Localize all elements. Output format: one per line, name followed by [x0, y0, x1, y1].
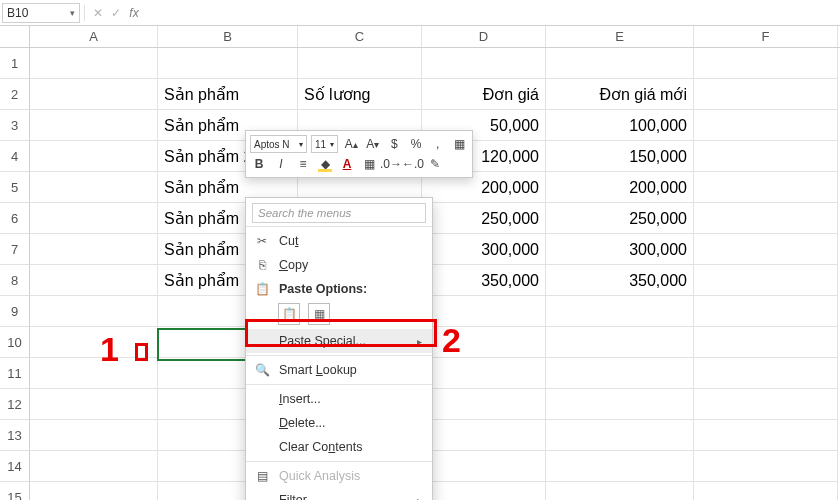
- col-header-e[interactable]: E: [546, 26, 694, 47]
- paste-option-default[interactable]: 📋: [278, 303, 300, 325]
- cell[interactable]: [546, 327, 694, 358]
- cell[interactable]: [694, 234, 838, 265]
- name-box[interactable]: B10 ▾: [2, 3, 80, 23]
- paste-option-values[interactable]: ▦: [308, 303, 330, 325]
- cell[interactable]: [694, 172, 838, 203]
- menu-item-copy[interactable]: ⎘ Copy: [246, 253, 432, 277]
- cell[interactable]: [30, 172, 158, 203]
- cell[interactable]: [422, 482, 546, 500]
- cell[interactable]: [694, 420, 838, 451]
- menu-item-clear-contents[interactable]: Clear Contents: [246, 435, 432, 459]
- cell[interactable]: [30, 234, 158, 265]
- cell[interactable]: [422, 48, 546, 79]
- cell[interactable]: [422, 389, 546, 420]
- formula-input[interactable]: [143, 3, 840, 23]
- cell[interactable]: [694, 110, 838, 141]
- cell[interactable]: [30, 265, 158, 296]
- decrease-font-icon[interactable]: A▾: [364, 135, 382, 153]
- row-header[interactable]: 3: [0, 110, 30, 141]
- menu-item-filter[interactable]: Filter ▸: [246, 488, 432, 500]
- cell[interactable]: Đơn giá mới: [546, 79, 694, 110]
- menu-item-paste-special[interactable]: Paste Special... ▸: [246, 329, 432, 353]
- cell[interactable]: [30, 48, 158, 79]
- cell[interactable]: [30, 141, 158, 172]
- menu-item-cut[interactable]: ✂ Cut: [246, 229, 432, 253]
- cell[interactable]: 150,000: [546, 141, 694, 172]
- cell[interactable]: [546, 451, 694, 482]
- select-all-corner[interactable]: [0, 26, 30, 47]
- bold-icon[interactable]: B: [250, 155, 268, 173]
- col-header-b[interactable]: B: [158, 26, 298, 47]
- row-header[interactable]: 5: [0, 172, 30, 203]
- cell[interactable]: [694, 296, 838, 327]
- cell[interactable]: [422, 451, 546, 482]
- cell[interactable]: 300,000: [422, 234, 546, 265]
- cell[interactable]: [694, 79, 838, 110]
- cell[interactable]: [30, 389, 158, 420]
- mini-toolbar[interactable]: Aptos N▾ 11▾ A▴ A▾ $ % , ▦ B I ≡ ◆ A ▦ .…: [245, 130, 473, 178]
- cell[interactable]: [422, 327, 546, 358]
- chevron-down-icon[interactable]: ▾: [330, 140, 334, 149]
- cell[interactable]: 300,000: [546, 234, 694, 265]
- cell[interactable]: [546, 296, 694, 327]
- cell[interactable]: [422, 358, 546, 389]
- menu-item-insert[interactable]: Insert...: [246, 387, 432, 411]
- cell[interactable]: 350,000: [546, 265, 694, 296]
- row-header[interactable]: 4: [0, 141, 30, 172]
- cell[interactable]: [422, 296, 546, 327]
- cell[interactable]: Sản phẩm: [158, 79, 298, 110]
- cell[interactable]: [30, 482, 158, 500]
- cell[interactable]: [546, 389, 694, 420]
- col-header-c[interactable]: C: [298, 26, 422, 47]
- cell[interactable]: 250,000: [422, 203, 546, 234]
- cell[interactable]: [694, 265, 838, 296]
- cell[interactable]: [30, 327, 158, 358]
- col-header-a[interactable]: A: [30, 26, 158, 47]
- chevron-down-icon[interactable]: ▾: [299, 140, 303, 149]
- font-size-picker[interactable]: 11▾: [311, 135, 339, 153]
- italic-icon[interactable]: I: [272, 155, 290, 173]
- row-header[interactable]: 2: [0, 79, 30, 110]
- cell[interactable]: [30, 110, 158, 141]
- comma-icon[interactable]: ,: [429, 135, 447, 153]
- row-header[interactable]: 13: [0, 420, 30, 451]
- cell[interactable]: 100,000: [546, 110, 694, 141]
- context-menu[interactable]: Search the menus ✂ Cut ⎘ Copy 📋 Paste Op…: [245, 197, 433, 500]
- cell[interactable]: [298, 48, 422, 79]
- col-header-d[interactable]: D: [422, 26, 546, 47]
- cell[interactable]: [694, 358, 838, 389]
- fill-color-icon[interactable]: ◆: [316, 155, 334, 173]
- font-color-icon[interactable]: A: [338, 155, 356, 173]
- cell[interactable]: [546, 420, 694, 451]
- spreadsheet-grid[interactable]: 1 2 Sản phẩm Số lương Đơn giá Đơn giá mớ…: [0, 48, 840, 500]
- cell[interactable]: [694, 389, 838, 420]
- cell[interactable]: Đơn giá: [422, 79, 546, 110]
- borders-icon[interactable]: ▦: [360, 155, 378, 173]
- row-header[interactable]: 11: [0, 358, 30, 389]
- cell[interactable]: Số lương: [298, 79, 422, 110]
- cell[interactable]: [694, 203, 838, 234]
- row-header[interactable]: 1: [0, 48, 30, 79]
- currency-icon[interactable]: $: [386, 135, 404, 153]
- fx-icon[interactable]: fx: [125, 6, 143, 20]
- cell[interactable]: [30, 420, 158, 451]
- percent-icon[interactable]: %: [407, 135, 425, 153]
- cell[interactable]: 200,000: [546, 172, 694, 203]
- row-header[interactable]: 15: [0, 482, 30, 500]
- cell[interactable]: 350,000: [422, 265, 546, 296]
- row-header[interactable]: 14: [0, 451, 30, 482]
- menu-item-delete[interactable]: Delete...: [246, 411, 432, 435]
- cell[interactable]: [30, 79, 158, 110]
- cell[interactable]: [30, 203, 158, 234]
- cell[interactable]: [694, 451, 838, 482]
- row-header[interactable]: 12: [0, 389, 30, 420]
- cell[interactable]: [422, 420, 546, 451]
- cell[interactable]: [30, 451, 158, 482]
- cell[interactable]: [694, 48, 838, 79]
- row-header[interactable]: 9: [0, 296, 30, 327]
- cell[interactable]: [546, 482, 694, 500]
- cell[interactable]: [694, 482, 838, 500]
- cell[interactable]: [546, 358, 694, 389]
- cell[interactable]: [546, 48, 694, 79]
- chevron-down-icon[interactable]: ▾: [70, 8, 75, 18]
